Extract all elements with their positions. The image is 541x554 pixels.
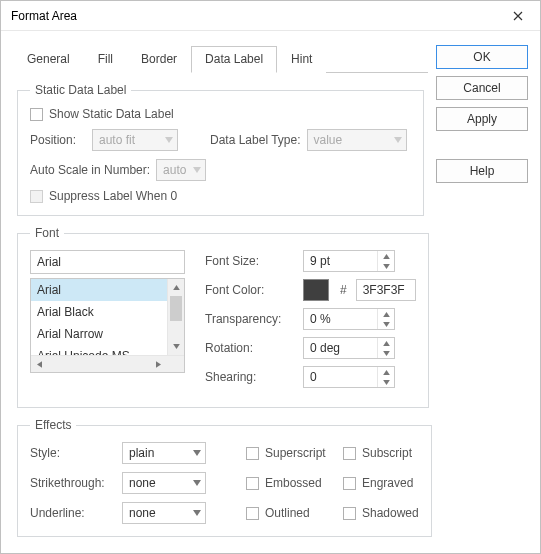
group-static-data-label: Static Data Label Show Static Data Label… xyxy=(17,83,424,216)
list-item[interactable]: Arial Narrow xyxy=(31,323,184,345)
hash-symbol: # xyxy=(335,283,350,297)
list-item[interactable]: Arial xyxy=(31,279,184,301)
tab-hint[interactable]: Hint xyxy=(277,46,326,73)
list-item[interactable]: Arial Black xyxy=(31,301,184,323)
superscript-label: Superscript xyxy=(265,446,337,460)
rotation-spinner[interactable]: 0 deg xyxy=(303,337,395,359)
transparency-spinner[interactable]: 0 % xyxy=(303,308,395,330)
shadowed-label: Shadowed xyxy=(362,506,419,520)
tab-general[interactable]: General xyxy=(13,46,84,73)
subscript-label: Subscript xyxy=(362,446,412,460)
show-static-checkbox[interactable] xyxy=(30,108,43,121)
rotation-label: Rotation: xyxy=(205,341,297,355)
spin-down-icon[interactable] xyxy=(378,348,394,358)
show-static-label: Show Static Data Label xyxy=(49,107,174,121)
chevron-down-icon xyxy=(189,450,205,456)
tabstrip: General Fill Border Data Label Hint xyxy=(13,45,428,73)
color-swatch[interactable] xyxy=(303,279,329,301)
engraved-checkbox[interactable] xyxy=(343,477,356,490)
embossed-checkbox[interactable] xyxy=(246,477,259,490)
spin-up-icon[interactable] xyxy=(378,338,394,348)
scroll-up-icon[interactable] xyxy=(168,279,184,296)
apply-button[interactable]: Apply xyxy=(436,107,528,131)
titlebar: Format Area xyxy=(1,1,540,31)
scroll-down-icon[interactable] xyxy=(168,338,184,355)
help-button[interactable]: Help xyxy=(436,159,528,183)
chevron-down-icon xyxy=(161,137,177,143)
underline-label: Underline: xyxy=(30,506,116,520)
subscript-checkbox[interactable] xyxy=(343,447,356,460)
suppress-checkbox xyxy=(30,190,43,203)
group-legend: Effects xyxy=(30,418,76,432)
spin-up-icon[interactable] xyxy=(378,251,394,261)
tab-content: Static Data Label Show Static Data Label… xyxy=(13,73,428,553)
style-label: Style: xyxy=(30,446,116,460)
font-list[interactable]: Arial Arial Black Arial Narrow Arial Uni… xyxy=(30,278,185,373)
horizontal-scrollbar[interactable] xyxy=(31,355,184,372)
ok-button[interactable]: OK xyxy=(436,45,528,69)
scroll-right-icon[interactable] xyxy=(150,356,167,372)
spin-up-icon[interactable] xyxy=(378,309,394,319)
spin-down-icon[interactable] xyxy=(378,377,394,387)
font-size-label: Font Size: xyxy=(205,254,297,268)
chevron-down-icon xyxy=(189,510,205,516)
group-effects: Effects Style: plain Superscript Subscri… xyxy=(17,418,432,537)
outlined-checkbox[interactable] xyxy=(246,507,259,520)
shearing-spinner[interactable]: 0 xyxy=(303,366,395,388)
transparency-label: Transparency: xyxy=(205,312,297,326)
position-label: Position: xyxy=(30,133,86,147)
type-label: Data Label Type: xyxy=(210,133,301,147)
tab-fill[interactable]: Fill xyxy=(84,46,127,73)
strikethrough-label: Strikethrough: xyxy=(30,476,116,490)
cancel-button[interactable]: Cancel xyxy=(436,76,528,100)
dialog-window: Format Area General Fill Border Data Lab… xyxy=(0,0,541,554)
outlined-label: Outlined xyxy=(265,506,337,520)
engraved-label: Engraved xyxy=(362,476,413,490)
strikethrough-combo[interactable]: none xyxy=(122,472,206,494)
embossed-label: Embossed xyxy=(265,476,337,490)
spin-down-icon[interactable] xyxy=(378,261,394,271)
suppress-label: Suppress Label When 0 xyxy=(49,189,177,203)
window-title: Format Area xyxy=(11,9,77,23)
superscript-checkbox[interactable] xyxy=(246,447,259,460)
chevron-down-icon xyxy=(390,137,406,143)
close-icon xyxy=(513,11,523,21)
dialog-body: General Fill Border Data Label Hint Stat… xyxy=(1,31,540,553)
tab-data-label[interactable]: Data Label xyxy=(191,46,277,73)
autoscale-combo: auto xyxy=(156,159,206,181)
type-combo: value xyxy=(307,129,407,151)
shadowed-checkbox[interactable] xyxy=(343,507,356,520)
vertical-scrollbar[interactable] xyxy=(167,279,184,355)
tab-border[interactable]: Border xyxy=(127,46,191,73)
scroll-left-icon[interactable] xyxy=(31,356,48,372)
scroll-thumb[interactable] xyxy=(170,296,182,321)
style-combo[interactable]: plain xyxy=(122,442,206,464)
chevron-down-icon xyxy=(189,480,205,486)
close-button[interactable] xyxy=(504,5,532,27)
font-color-label: Font Color: xyxy=(205,283,297,297)
spin-up-icon[interactable] xyxy=(378,367,394,377)
chevron-down-icon xyxy=(189,167,205,173)
spin-down-icon[interactable] xyxy=(378,319,394,329)
autoscale-label: Auto Scale in Number: xyxy=(30,163,150,177)
position-combo: auto fit xyxy=(92,129,178,151)
group-font: Font Arial Arial Arial Black Arial Narro… xyxy=(17,226,429,408)
shearing-label: Shearing: xyxy=(205,370,297,384)
font-size-spinner[interactable]: 9 pt xyxy=(303,250,395,272)
group-legend: Font xyxy=(30,226,64,240)
font-name-input[interactable]: Arial xyxy=(30,250,185,274)
main-panel: General Fill Border Data Label Hint Stat… xyxy=(13,41,428,543)
underline-combo[interactable]: none xyxy=(122,502,206,524)
group-legend: Static Data Label xyxy=(30,83,131,97)
color-hex-input[interactable]: 3F3F3F xyxy=(356,279,416,301)
button-column: OK Cancel Apply Help xyxy=(436,41,528,543)
